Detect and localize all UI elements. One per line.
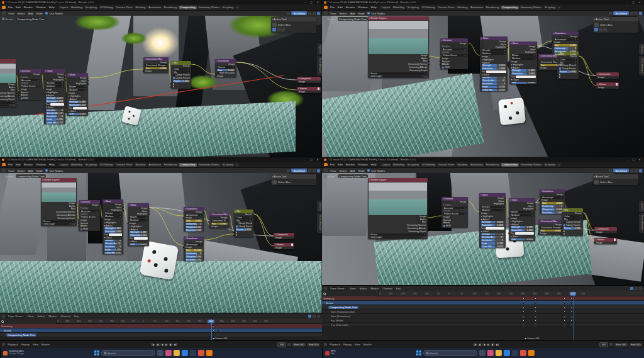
node-kuwahara[interactable]: ▾KuwaharaImageAnisotropic▾ImageSize16.00… (184, 237, 204, 261)
dopesheet-menu-marker[interactable]: Marker (369, 287, 380, 291)
active-tool-header[interactable]: Active Tool (593, 17, 638, 21)
node-glare[interactable]: ▾GlareImageGlareHighlightsBloom▾Medium▾I… (67, 73, 88, 116)
node-row-streaks-an[interactable]: Streaks An...0° (44, 112, 65, 115)
store-icon[interactable] (511, 350, 518, 356)
node-glare[interactable]: ▾GlareImageGlareHighlightsStreaks▾Medium… (479, 193, 506, 248)
channel-summary[interactable]: Summary (0, 324, 322, 328)
editor-menu-add[interactable]: Add (27, 169, 35, 172)
node-row-streaks-an[interactable]: Streaks An...0° (103, 242, 123, 245)
node-row-view-layer[interactable]: View Layer▾ (41, 223, 77, 226)
menu-window[interactable]: Window (35, 6, 47, 9)
node-denoise[interactable]: ▾DenoiseImagePrefilterAccurate▾QualityFo… (19, 69, 42, 100)
frame-end-field[interactable]: End 600 (629, 343, 642, 347)
node-row-streaks-an[interactable]: Streaks An...0° (479, 236, 506, 239)
node-row-image[interactable]: Image (209, 225, 229, 228)
transport-button-[interactable]: |◀ (473, 343, 477, 346)
maximize-button[interactable]: ▢ (309, 158, 314, 161)
menu-window[interactable]: Window (357, 163, 369, 167)
channel-compositing-node-tree[interactable]: Compositing Node Tree (0, 333, 322, 337)
titlebar[interactable]: * v2 reuse V5 [D:\DARKMATERIAL FireFly2 … (0, 157, 322, 162)
node-row-hdr[interactable]: HDR (79, 228, 100, 231)
workspace-tab-scripting[interactable]: Scripting (543, 163, 557, 167)
close-button[interactable]: ✕ (637, 158, 642, 161)
menu-file[interactable]: File (7, 163, 14, 167)
workspace-tab-sculpting[interactable]: Sculpting (406, 163, 420, 167)
workspace-tab-animation[interactable]: Animation (469, 6, 484, 9)
node-glare[interactable]: ▾GlareImageGlareHighlightsStreaks▾Medium… (480, 36, 508, 91)
workspace-tab-compositing[interactable]: Compositing (501, 163, 518, 167)
dope-sheet-icon[interactable] (324, 287, 327, 290)
transport-button-[interactable]: ▶| (496, 343, 500, 346)
node-row-b[interactable]: B (557, 76, 579, 79)
workspace-tab-animation[interactable]: Animation (469, 163, 484, 167)
editor-menu-add[interactable]: Add (349, 11, 357, 15)
editor-menu-select[interactable]: Select (338, 169, 348, 172)
node-composite[interactable]: ▾CompositeImage (594, 227, 617, 233)
node-threshold[interactable]: ▾ThresholdImageClassic▾Size8.000High Pre… (215, 59, 236, 77)
node-row-b[interactable]: B (234, 234, 253, 237)
menu-window[interactable]: Window (357, 6, 369, 9)
transport-button-[interactable]: ▶| (174, 343, 178, 346)
node-denoise[interactable]: ▾DenoiseImagePrefilterAccurate▾QualityFo… (79, 200, 100, 231)
compositor-canvas[interactable]: ▾Render LayersImageAlphaMistDenoising No… (0, 16, 322, 157)
timeline-ruler[interactable]: -400-350-300-250-200-150-100-50050100150… (57, 319, 322, 324)
node-row-eccentric[interactable]: Eccentric...1.000 (540, 211, 565, 214)
overlays-icon[interactable] (317, 169, 320, 172)
workspace-tab-scripting[interactable]: Scripting (221, 163, 235, 167)
workspace-tab-[interactable]: + (235, 163, 240, 167)
blender-logo-icon[interactable] (2, 6, 6, 9)
editor-menu-add[interactable]: Add (349, 169, 357, 172)
node-row-hdr[interactable]: HDR (19, 97, 42, 100)
menu-edit[interactable]: Edit (14, 6, 22, 9)
snap-icon[interactable] (308, 12, 311, 15)
node-row-sharpness[interactable]: Sharpness0.500 (184, 225, 204, 228)
notification-toast[interactable]: HFGRdn (325, 350, 336, 355)
playbar-menu-view[interactable]: View (353, 343, 362, 347)
node-row-sharpness[interactable]: Sharpness0.500 (540, 208, 565, 211)
file-explorer-icon[interactable] (173, 350, 179, 356)
channel-search[interactable] (322, 291, 379, 296)
auto-keying-icon[interactable] (287, 343, 291, 346)
editor-type-icon[interactable] (324, 11, 328, 15)
workspace-tab-shading[interactable]: Shading (134, 6, 147, 9)
blender-logo-icon[interactable] (2, 163, 6, 166)
menu-file[interactable]: File (7, 6, 14, 9)
playhead[interactable] (574, 291, 574, 340)
playbar-menu-playback[interactable]: Playback (6, 343, 19, 347)
menu-help[interactable]: Help (370, 163, 378, 167)
workspace-tab-compositing[interactable]: Compositing (501, 6, 518, 9)
workspace-tab-sculpting[interactable]: Sculpting (84, 6, 98, 9)
node-row-eccentric[interactable]: Eccentric...1.000 (184, 228, 204, 232)
node-row-size[interactable]: Size16.000 (184, 249, 204, 252)
node-kuwahara[interactable]: ▾KuwaharaImageAnisotropic▾ImageSize4.000… (540, 189, 565, 214)
node-row-image[interactable]: Image (215, 75, 236, 78)
channel-scene[interactable]: Scene (0, 328, 322, 333)
filter-selected-icon[interactable] (630, 287, 633, 290)
node-row-eccentric[interactable]: Eccentric...1.000 (552, 53, 579, 56)
frame-end-field[interactable]: End 600 (307, 343, 320, 347)
workspace-tab-[interactable]: + (235, 6, 240, 9)
workspace-tab-shading[interactable]: Shading (134, 163, 147, 167)
timeline-marker[interactable]: ◆ Camera.001 (525, 337, 540, 340)
filter-funnel-icon[interactable] (317, 315, 320, 318)
chrome-icon[interactable] (519, 350, 526, 356)
backdrop-toggle[interactable]: Backdrop (291, 11, 307, 15)
node-row-uniformity[interactable]: Uniformity4 (552, 47, 579, 50)
node-row-b[interactable]: B (171, 86, 191, 89)
transport-button-[interactable]: |▶ (169, 343, 173, 346)
minimize-button[interactable]: – (303, 159, 308, 161)
node-composite[interactable]: ▾CompositeImage (274, 233, 294, 239)
node-render-layers[interactable]: ▾Render LayersImageAlphaMistDenoising No… (368, 178, 428, 239)
minimize-button[interactable]: – (625, 1, 630, 4)
editor-menu-add[interactable]: Add (27, 11, 35, 15)
workspace-tab-compositing[interactable]: Compositing (179, 6, 196, 9)
playbar-menu-marker[interactable]: Marker (362, 343, 373, 347)
breadcrumb-scene[interactable]: Scene (6, 18, 13, 21)
close-button[interactable]: ✕ (637, 1, 642, 4)
node-kuwahara[interactable]: ▾KuwaharaImageAnisotropic▾ImageSize4.000… (552, 31, 579, 56)
node-row-saturation[interactable]: Saturation1.094 (44, 100, 65, 103)
overlays-icon[interactable] (317, 12, 320, 15)
workspace-tab-rendering[interactable]: Rendering (485, 6, 500, 9)
node-row-image[interactable]: Image (297, 91, 321, 94)
workspace-tab-texture-paint[interactable]: Texture Paint (115, 163, 134, 167)
